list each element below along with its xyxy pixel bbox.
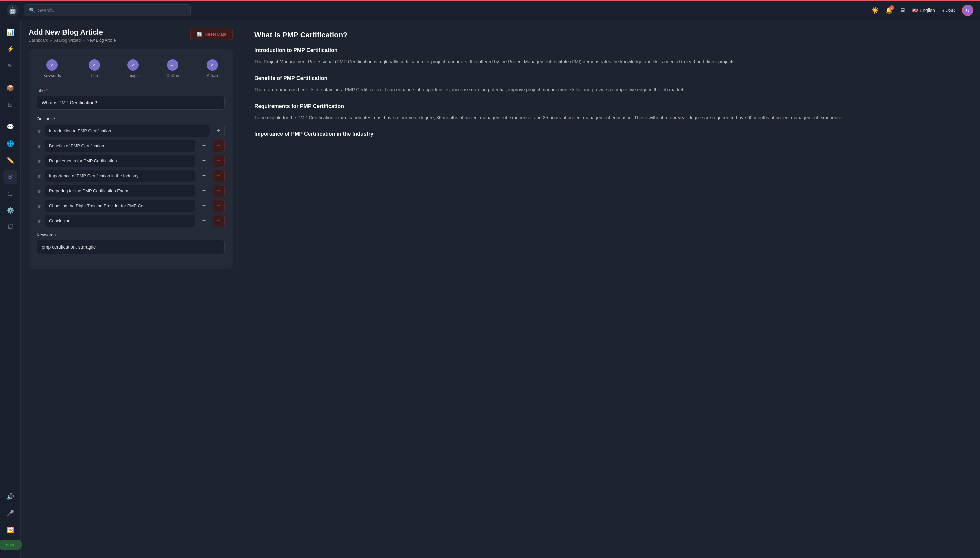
notification-badge: 0 [889, 5, 894, 10]
step-image-label: Image [128, 73, 139, 78]
breadcrumb-current: New Blog Article [87, 38, 116, 43]
outline-remove-7[interactable]: − [213, 215, 225, 227]
outline-remove-3[interactable]: − [213, 155, 225, 167]
outline-remove-4[interactable]: − [213, 170, 225, 182]
step-article-label: Article [206, 73, 218, 78]
avatar[interactable]: U [962, 5, 973, 16]
sidebar-item-settings[interactable]: ⚙️ [3, 204, 17, 217]
outline-add-7[interactable]: + [198, 215, 210, 227]
reset-label: Reset Data [205, 32, 226, 37]
logout-button[interactable]: Logout [0, 540, 22, 550]
step-line-4 [180, 65, 205, 65]
article-section-title-2: Benefits of PMP Certification [254, 75, 967, 81]
sidebar-item-dashboard[interactable]: 📊 [3, 25, 17, 39]
breadcrumb-dashboard[interactable]: Dashboard [29, 38, 48, 43]
sidebar-item-packages[interactable]: 📦 [3, 81, 17, 95]
step-article: ✓ Article [206, 59, 218, 78]
sidebar-item-mic[interactable]: 🎤 [3, 506, 17, 520]
outline-hash-7: # [37, 218, 42, 224]
breadcrumb-wizard[interactable]: AI Blog Wizard [54, 38, 81, 43]
page-header-left: Add New Blog Article Dashboard ▸ AI Blog… [29, 28, 116, 43]
keywords-section: Keywords [37, 232, 225, 261]
step-image-circle: ✓ [127, 59, 139, 71]
step-line-3 [140, 65, 165, 65]
theme-toggle[interactable]: ☀️ [871, 7, 878, 14]
outline-input-1[interactable] [45, 125, 210, 137]
sidebar-item-sync[interactable]: 🔁 [3, 523, 17, 537]
keywords-field-label: Keywords [37, 232, 225, 237]
language-selector[interactable]: 🇺🇸 English [912, 8, 935, 13]
left-panel: Add New Blog Article Dashboard ▸ AI Blog… [21, 20, 241, 558]
flag-icon: 🇺🇸 [912, 8, 918, 13]
notification-bell[interactable]: 🔔 0 [885, 7, 893, 14]
outline-remove-5[interactable]: − [213, 185, 225, 197]
sidebar-item-globe[interactable]: 🌐 [3, 137, 17, 151]
sidebar-item-layers[interactable]: 🗂 [3, 187, 17, 201]
outline-hash-2: # [37, 143, 42, 149]
wizard-card: ✓ Keywords ✓ Title ✓ Image ✓ Outline [29, 49, 233, 269]
sidebar-item-chat[interactable]: 💬 [3, 120, 17, 134]
outline-remove-2[interactable]: − [213, 140, 225, 152]
outline-input-5[interactable] [45, 185, 195, 197]
step-title: ✓ Title [88, 59, 100, 78]
sidebar-divider-2 [5, 116, 15, 116]
outline-input-6[interactable] [45, 200, 195, 212]
app-logo: 🤖 [7, 4, 19, 16]
article-section-title-1: Introduction to PMP Certification [254, 48, 967, 53]
article-section-title-4: Importance of PMP Certification in the I… [254, 131, 967, 137]
outlines-required: * [54, 117, 56, 121]
sidebar-item-grid[interactable]: ⊞ [3, 98, 17, 112]
outline-add-4[interactable]: + [198, 170, 210, 182]
outline-row-5: # + − [37, 185, 225, 197]
outline-add-5[interactable]: + [198, 185, 210, 197]
outline-hash-5: # [37, 188, 42, 194]
step-outline-circle: ✓ [167, 59, 178, 71]
article-body-1: The Project Management Professional (PMP… [254, 58, 967, 66]
stepper: ✓ Keywords ✓ Title ✓ Image ✓ Outline [37, 59, 225, 78]
outline-remove-6[interactable]: − [213, 200, 225, 212]
reset-button[interactable]: 🔄 Reset Data [190, 28, 233, 40]
outlines-label: Outlines * [37, 117, 225, 121]
step-outline-label: Outline [166, 73, 179, 78]
article-body-3: To be eligible for the PMP Certification… [254, 114, 967, 122]
outline-row-1: # + [37, 125, 225, 137]
outline-add-6[interactable]: + [198, 200, 210, 212]
outline-add-3[interactable]: + [198, 155, 210, 167]
step-title-circle: ✓ [88, 59, 100, 71]
step-line-2 [102, 65, 126, 65]
outline-input-7[interactable] [45, 215, 195, 227]
sidebar: 📊 ⚡ % 📦 ⊞ 💬 🌐 ✏️ B 🗂 ⚙️ 🖼 🔊 🎤 🔁 Logout [0, 20, 21, 558]
sidebar-item-percent[interactable]: % [3, 59, 17, 73]
step-article-circle: ✓ [206, 59, 218, 71]
sidebar-divider [5, 77, 15, 77]
step-keywords-circle: ✓ [46, 59, 58, 71]
outline-row-6: # + − [37, 200, 225, 212]
currency-selector[interactable]: $ USD [942, 8, 955, 13]
main-content: Add New Blog Article Dashboard ▸ AI Blog… [21, 20, 980, 558]
keywords-input[interactable] [37, 240, 225, 254]
outline-add-2[interactable]: + [198, 140, 210, 152]
outline-input-4[interactable] [45, 170, 195, 182]
navbar: 🤖 🔍 ☀️ 🔔 0 🖥 🇺🇸 English $ USD U [0, 0, 980, 20]
sidebar-item-audio[interactable]: 🔊 [3, 490, 17, 504]
step-keywords-label: Keywords [43, 73, 61, 78]
article-main-title: What is PMP Certification? [254, 31, 967, 39]
sidebar-item-quick[interactable]: ⚡ [3, 42, 17, 56]
sidebar-item-images[interactable]: 🖼 [3, 220, 17, 234]
outline-row-3: # + − [37, 155, 225, 167]
search-input[interactable] [38, 8, 186, 13]
outline-hash-3: # [37, 158, 42, 164]
outline-input-3[interactable] [45, 155, 195, 167]
step-line-1 [62, 65, 87, 65]
sidebar-item-edit[interactable]: ✏️ [3, 153, 17, 167]
outline-add-1[interactable]: + [213, 125, 225, 137]
display-icon[interactable]: 🖥 [899, 7, 905, 14]
sidebar-item-blog[interactable]: B [3, 170, 17, 184]
title-required: * [46, 88, 48, 93]
search-bar[interactable]: 🔍 [24, 4, 191, 16]
outline-hash-4: # [37, 173, 42, 179]
navbar-right: ☀️ 🔔 0 🖥 🇺🇸 English $ USD U [871, 5, 973, 16]
article-body-2: There are numerous benefits to obtaining… [254, 86, 967, 94]
title-input[interactable] [37, 96, 225, 110]
outline-input-2[interactable] [45, 140, 195, 152]
